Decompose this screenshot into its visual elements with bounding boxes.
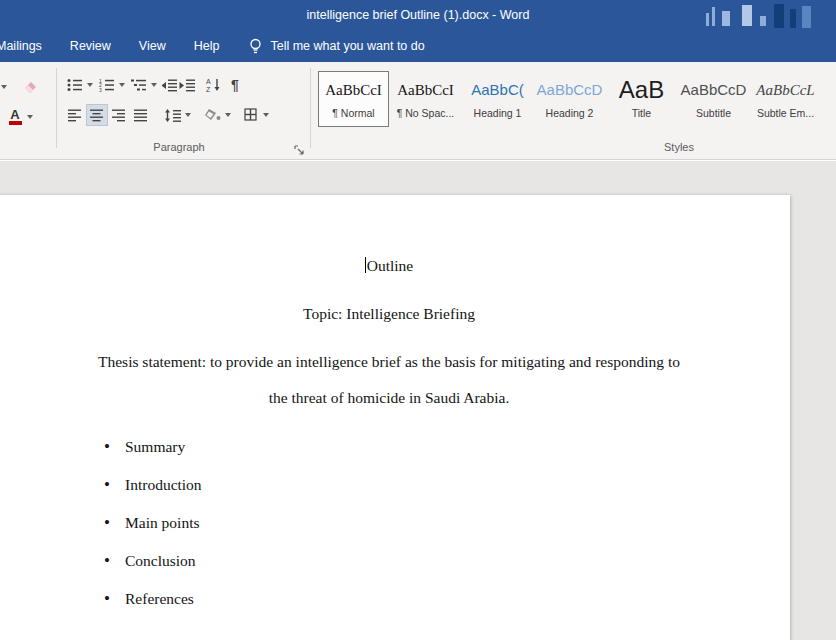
text-cursor: [365, 257, 366, 273]
tab-view[interactable]: View: [125, 30, 180, 62]
list-item: Summary: [0, 436, 790, 458]
tab-review[interactable]: Review: [56, 30, 125, 62]
justify-button[interactable]: [130, 104, 152, 126]
borders-grid-icon: [244, 108, 258, 122]
paint-bucket-icon: [205, 108, 221, 122]
list-item: Main points: [0, 512, 790, 534]
bullet-list-icon: [67, 78, 83, 92]
bullet-list-caret[interactable]: [87, 83, 93, 87]
paragraph-group-label: Paragraph: [64, 141, 294, 153]
doc-thesis-line-1: Thesis statement: to provide an intellig…: [0, 351, 790, 373]
borders-caret[interactable]: [263, 113, 269, 117]
borders-button[interactable]: [240, 104, 262, 126]
titlebar-decoration-icon: [702, 3, 822, 29]
align-right-button[interactable]: [108, 104, 130, 126]
style-emphasis[interactable]: A E: [822, 71, 836, 127]
align-right-icon: [112, 109, 126, 122]
font-color-caret[interactable]: [27, 115, 33, 119]
ribbon-tab-row: Mailings Review View Help Tell me what y…: [0, 30, 836, 62]
align-center-button[interactable]: [86, 104, 108, 126]
svg-text:A: A: [206, 78, 211, 85]
line-spacing-caret[interactable]: [185, 113, 191, 117]
numbered-list-icon: 1 2 3: [99, 78, 115, 92]
svg-text:Z: Z: [206, 86, 211, 93]
sort-icon: A Z: [206, 78, 221, 92]
style-no-spacing[interactable]: AaBbCcI ¶ No Spac...: [390, 71, 461, 127]
lightbulb-icon: [249, 38, 262, 54]
justify-icon: [134, 109, 148, 122]
multilevel-list-button[interactable]: [128, 74, 150, 96]
group-separator: [310, 68, 311, 148]
title-bar: intelligence brief Outline (1).docx - Wo…: [0, 0, 836, 30]
style-normal[interactable]: AaBbCcI ¶ Normal: [318, 71, 389, 127]
decrease-indent-icon: [161, 79, 177, 92]
bullet-list-button[interactable]: [64, 74, 86, 96]
tell-me-label: Tell me what you want to do: [270, 39, 424, 53]
font-dropdown-caret[interactable]: [1, 85, 7, 89]
increase-indent-icon: [179, 79, 195, 92]
svg-text:3: 3: [99, 87, 102, 93]
clear-formatting-button[interactable]: [18, 76, 40, 98]
multilevel-list-icon: [131, 78, 147, 92]
line-spacing-button[interactable]: [162, 104, 184, 126]
dialog-launcher-icon: [294, 145, 305, 156]
document-content: Outline Topic: Intelligence Briefing The…: [0, 195, 790, 610]
doc-thesis-line-2: the threat of homicide in Saudi Arabia.: [0, 387, 790, 409]
multilevel-list-caret[interactable]: [151, 83, 157, 87]
doc-heading-line: Outline: [0, 255, 790, 277]
list-item: Conclusion: [0, 550, 790, 572]
shading-button[interactable]: [202, 104, 224, 126]
group-separator: [56, 68, 57, 148]
decrease-indent-button[interactable]: [160, 74, 178, 96]
shading-caret[interactable]: [225, 113, 231, 117]
list-item: References: [0, 588, 790, 610]
ribbon: A 1 2 3: [0, 62, 836, 160]
show-hide-pilcrow-button[interactable]: ¶: [224, 74, 246, 96]
eraser-icon: [21, 79, 38, 95]
align-left-button[interactable]: [64, 104, 86, 126]
list-item: Introduction: [0, 474, 790, 496]
tab-mailings[interactable]: Mailings: [0, 30, 56, 62]
increase-indent-button[interactable]: [178, 74, 196, 96]
font-color-button[interactable]: A: [4, 106, 26, 128]
styles-gallery: AaBbCcI ¶ Normal AaBbCcI ¶ No Spac... Aa…: [318, 71, 836, 127]
paragraph-dialog-launcher[interactable]: [294, 142, 306, 154]
sort-button[interactable]: A Z: [202, 74, 224, 96]
style-heading-1[interactable]: AaBbC( Heading 1: [462, 71, 533, 127]
style-subtle-emphasis[interactable]: AaBbCcL Subtle Em...: [750, 71, 821, 127]
document-page[interactable]: Outline Topic: Intelligence Briefing The…: [0, 195, 790, 640]
line-spacing-icon: [165, 109, 181, 122]
font-color-icon: A: [9, 109, 22, 125]
align-center-icon: [90, 109, 104, 122]
doc-topic-line: Topic: Intelligence Briefing: [0, 303, 790, 325]
style-title[interactable]: AaB Title: [606, 71, 677, 127]
document-area: Outline Topic: Intelligence Briefing The…: [0, 161, 836, 640]
styles-group-label: Styles: [560, 141, 798, 153]
numbered-list-button[interactable]: 1 2 3: [96, 74, 118, 96]
style-heading-2[interactable]: AaBbCcD Heading 2: [534, 71, 605, 127]
doc-bullet-list: Summary Introduction Main points Conclus…: [0, 436, 790, 610]
style-subtitle[interactable]: AaBbCcD Subtitle: [678, 71, 749, 127]
word-window: intelligence brief Outline (1).docx - Wo…: [0, 0, 836, 640]
numbered-list-caret[interactable]: [119, 83, 125, 87]
tell-me-box[interactable]: Tell me what you want to do: [249, 30, 424, 62]
tab-help[interactable]: Help: [180, 30, 234, 62]
align-left-icon: [68, 109, 82, 122]
pilcrow-icon: ¶: [231, 77, 239, 93]
